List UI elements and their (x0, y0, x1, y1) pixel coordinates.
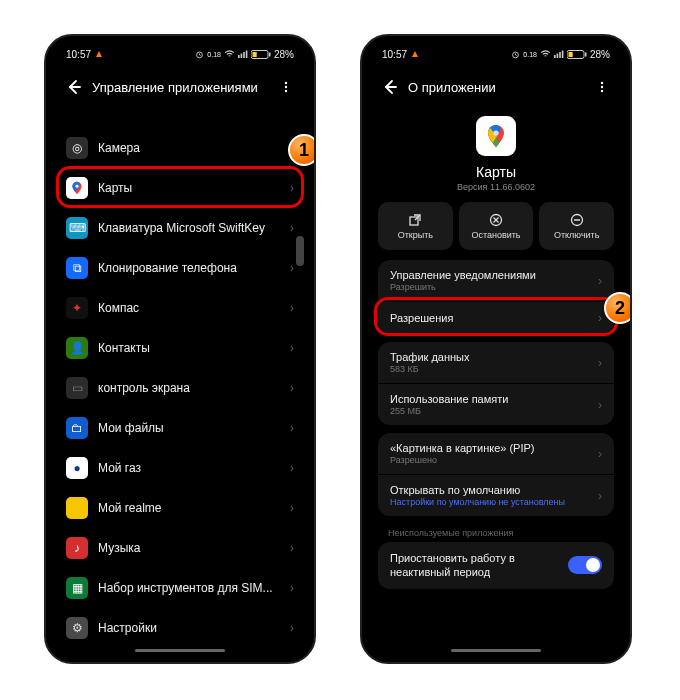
more-vertical-icon (595, 80, 609, 94)
app-label: Мои файлы (98, 421, 290, 435)
app-row[interactable]: ⚙Настройки› (52, 608, 308, 648)
maps-app-icon (476, 116, 516, 156)
alarm-icon (511, 50, 520, 59)
data-title: Трафик данных (390, 351, 598, 363)
app-row[interactable]: 🗀Мои файлы› (52, 408, 308, 448)
app-label: контроль экрана (98, 381, 290, 395)
card-data-memory: Трафик данных 583 КБ › Использование пам… (378, 342, 614, 425)
svg-point-10 (285, 90, 287, 92)
chevron-right-icon: › (598, 311, 602, 325)
status-time: 10:57 (66, 49, 91, 60)
gesture-bar[interactable] (451, 649, 541, 652)
app-icon: 👤 (66, 337, 88, 359)
svg-rect-13 (554, 55, 556, 58)
svg-rect-7 (269, 52, 271, 56)
battery-icon (251, 50, 271, 59)
app-icon: ♪ (66, 537, 88, 559)
back-button[interactable] (376, 73, 404, 101)
app-icon: 🗀 (66, 417, 88, 439)
app-name: Карты (476, 164, 516, 180)
chevron-right-icon: › (290, 301, 294, 315)
phone-right: 10:57 0.18 28% О приложении (360, 34, 632, 664)
row-data-usage[interactable]: Трафик данных 583 КБ › (378, 342, 614, 383)
app-icon: ● (66, 457, 88, 479)
notifications-title: Управление уведомлениями (390, 269, 598, 281)
arrow-left-icon (381, 78, 399, 96)
chevron-right-icon: › (290, 421, 294, 435)
app-row[interactable]: ●Мой газ› (52, 448, 308, 488)
chevron-right-icon: › (598, 398, 602, 412)
app-label: Компас (98, 301, 290, 315)
app-row[interactable]: ✦Компас› (52, 288, 308, 328)
svg-point-8 (285, 82, 287, 84)
row-suspend[interactable]: Приостановить работу в неактивный период (378, 542, 614, 589)
app-row[interactable]: ⧉Клонирование телефона› (52, 248, 308, 288)
open-label: Открыть (398, 230, 433, 240)
app-row[interactable]: Карты› (52, 168, 308, 208)
app-row[interactable]: ▦Набор инструментов для SIM...› (52, 568, 308, 608)
suspend-toggle[interactable] (568, 556, 602, 574)
status-app-icon (95, 50, 103, 58)
chevron-right-icon: › (290, 581, 294, 595)
permissions-title: Разрешения (390, 312, 598, 324)
index-scrollbar[interactable] (296, 236, 304, 266)
unused-section-label: Неиспользуемые приложения (368, 524, 624, 542)
row-permissions[interactable]: Разрешения › (378, 301, 614, 334)
svg-point-11 (76, 185, 79, 188)
disable-icon (570, 213, 584, 227)
svg-point-21 (601, 86, 603, 88)
more-button[interactable] (588, 73, 616, 101)
app-row[interactable]: Мой realme› (52, 488, 308, 528)
data-sub: 583 КБ (390, 364, 598, 374)
default-title: Открывать по умолчанию (390, 484, 598, 496)
app-row[interactable]: ⌨Клавиатура Microsoft SwiftKey› (52, 208, 308, 248)
app-header: Карты Версия 11.66.0602 (368, 108, 624, 202)
row-notifications[interactable]: Управление уведомлениями Разрешить › (378, 260, 614, 301)
app-info-content[interactable]: Карты Версия 11.66.0602 Открыть Останови… (368, 108, 624, 656)
app-row[interactable]: ♪Музыка› (52, 528, 308, 568)
app-label: Камера (98, 141, 290, 155)
chevron-right-icon: › (290, 181, 294, 195)
back-button[interactable] (60, 73, 88, 101)
svg-rect-4 (246, 51, 248, 59)
chevron-right-icon: › (290, 461, 294, 475)
app-label: Музыка (98, 541, 290, 555)
app-row[interactable]: ▭контроль экрана› (52, 368, 308, 408)
row-pip[interactable]: «Картинка в картинке» (PIP) Разрешено › (378, 433, 614, 474)
app-list[interactable]: Калькулятор›◎Камера›Карты›⌨Клавиатура Mi… (52, 108, 308, 656)
chevron-right-icon: › (290, 261, 294, 275)
status-bar: 10:57 0.18 28% (52, 42, 308, 66)
row-open-default[interactable]: Открывать по умолчанию Настройки по умол… (378, 474, 614, 516)
callout-badge-1: 1 (288, 134, 316, 166)
stop-icon (489, 213, 503, 227)
more-button[interactable] (272, 73, 300, 101)
status-bar: 10:57 0.18 28% (368, 42, 624, 66)
open-button[interactable]: Открыть (378, 202, 453, 250)
stop-button[interactable]: Остановить (459, 202, 534, 250)
row-memory-usage[interactable]: Использование памяти 255 МБ › (378, 383, 614, 425)
app-icon: ✦ (66, 297, 88, 319)
status-time: 10:57 (382, 49, 407, 60)
chevron-right-icon: › (290, 381, 294, 395)
svg-rect-1 (238, 55, 240, 58)
action-row: Открыть Остановить Отключить (368, 202, 624, 250)
status-battery: 28% (590, 49, 610, 60)
notifications-sub: Разрешить (390, 282, 598, 292)
disable-button[interactable]: Отключить (539, 202, 614, 250)
gesture-bar[interactable] (135, 649, 225, 652)
svg-rect-6 (252, 52, 256, 57)
svg-rect-15 (559, 52, 561, 58)
app-row[interactable]: 👤Контакты› (52, 328, 308, 368)
svg-rect-16 (562, 51, 564, 59)
app-row[interactable]: Калькулятор› (52, 108, 308, 128)
phone-left: 10:57 0.18 28% Управление приложениями К… (44, 34, 316, 664)
memory-title: Использование памяти (390, 393, 598, 405)
chevron-right-icon: › (290, 341, 294, 355)
open-icon (408, 213, 422, 227)
chevron-right-icon: › (290, 621, 294, 635)
maps-pin-icon (482, 122, 510, 150)
arrow-left-icon (65, 78, 83, 96)
app-row[interactable]: ◎Камера› (52, 128, 308, 168)
app-icon: ⌨ (66, 217, 88, 239)
wifi-icon (540, 50, 551, 58)
